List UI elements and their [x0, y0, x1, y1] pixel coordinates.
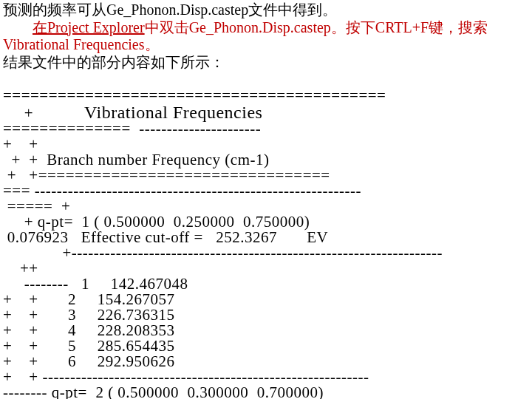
project-explorer-instruction: 在Project Explorer中双击Ge_Phonon.Disp.caste…	[3, 19, 488, 53]
results-block: ========================================…	[3, 72, 529, 399]
branch-header: Branch number Frequency (cm-1)	[47, 151, 269, 168]
sep-eq: ========================================…	[3, 86, 386, 104]
intro-line1: 预测的频率可从Ge_Phonon.Disp.castep文件中得到。	[3, 1, 337, 18]
intro-line3: 结果文件中的部分内容如下所示：	[3, 54, 225, 70]
intro-text: 预测的频率可从Ge_Phonon.Disp.castep文件中得到。 在Proj…	[3, 1, 529, 71]
b1-n: 1	[81, 275, 89, 293]
qpt1-weight: 0.076923	[7, 228, 69, 246]
qpt2-num: 2	[95, 383, 103, 399]
qpt2-label: q-pt=	[52, 383, 87, 399]
qpt2-coords: ( 0.500000 0.300000 0.700000)	[108, 383, 324, 399]
